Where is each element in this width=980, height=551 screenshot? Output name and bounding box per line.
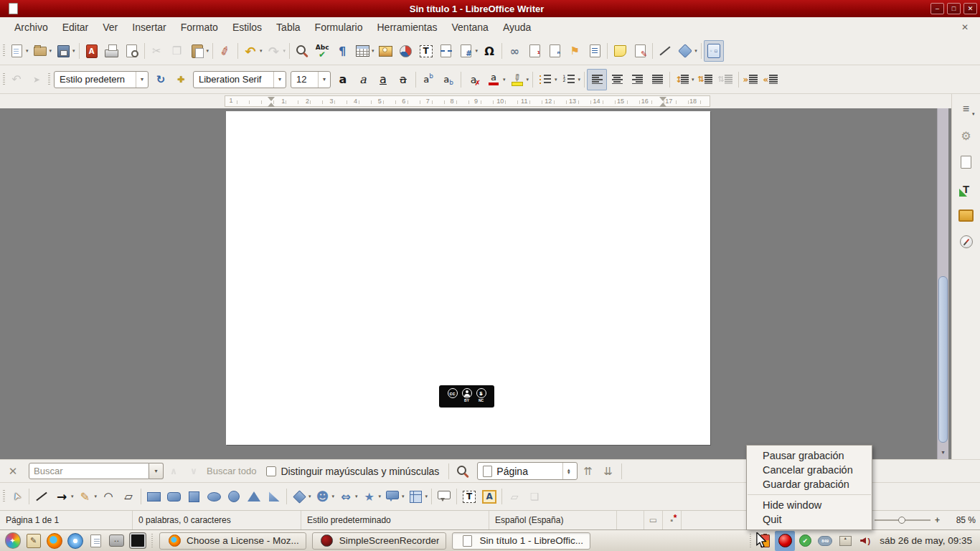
close-button[interactable]: ✕	[963, 3, 977, 14]
new-style-button[interactable]	[171, 69, 191, 90]
zoom-in-button[interactable]	[935, 515, 940, 525]
legend-callout-button[interactable]	[434, 486, 454, 507]
insert-comment-button[interactable]	[610, 40, 630, 62]
increase-indent-button[interactable]	[741, 69, 761, 90]
insert-textbox-button[interactable]	[416, 40, 436, 62]
menu-item-cancelar-grabacion[interactable]: Cancelar grabación	[747, 463, 872, 477]
save-button[interactable]	[53, 40, 77, 62]
taskbar-window-firefox[interactable]: Choose a License - Moz...	[159, 532, 306, 550]
menu-item-pausar-grabacion[interactable]: Pausar grabación	[747, 448, 872, 463]
volume-tray-icon[interactable]	[855, 531, 875, 551]
search-input[interactable]	[29, 463, 149, 479]
sidebar-gallery-tab[interactable]	[956, 206, 976, 225]
menu-formato[interactable]: Formato	[174, 19, 225, 36]
document-area[interactable]: cc BY $ NC	[0, 108, 951, 459]
paragraph-style-combo[interactable]: Estilo predetern	[54, 71, 149, 88]
recorder-tray-icon[interactable]	[775, 531, 795, 551]
flowchart-shapes-button[interactable]	[406, 486, 430, 507]
zoom-level[interactable]: 85 %	[944, 515, 976, 525]
print-button[interactable]	[102, 40, 122, 62]
insert-table-button[interactable]	[352, 40, 376, 62]
decrease-paragraph-spacing-button[interactable]	[716, 69, 736, 90]
menu-formulario[interactable]: Formulario	[308, 19, 370, 36]
indent-marker-right[interactable]	[659, 97, 666, 101]
find-replace-button[interactable]	[292, 40, 312, 62]
scrollbar-thumb[interactable]	[938, 276, 948, 443]
strikethrough-button[interactable]	[393, 69, 413, 90]
align-left-button[interactable]	[587, 69, 607, 90]
network-tray-icon[interactable]: 849	[815, 531, 835, 551]
menu-item-hide-window[interactable]: Hide window	[747, 498, 872, 512]
documents-launcher[interactable]	[85, 531, 106, 551]
find-next-button[interactable]	[184, 461, 204, 482]
basic-shapes-button[interactable]	[289, 486, 313, 507]
insert-footnote-button[interactable]	[524, 40, 545, 62]
sidebar-settings-button[interactable]	[956, 100, 976, 118]
right-triangle-button[interactable]	[264, 486, 284, 507]
show-draw-functions-button[interactable]	[704, 40, 724, 62]
taskbar-window-writer[interactable]: Sin título 1 - LibreOffic...	[452, 532, 590, 550]
scroll-down-arrow-icon[interactable]	[938, 447, 948, 458]
freeform-line-button[interactable]	[75, 486, 99, 507]
chevron-down-icon[interactable]	[273, 72, 286, 88]
open-button[interactable]	[30, 40, 54, 62]
find-replace-button[interactable]	[453, 461, 473, 482]
isosceles-triangle-button[interactable]	[244, 486, 264, 507]
find-all-button[interactable]: Buscar todo	[207, 466, 256, 476]
sidebar-properties-tab[interactable]	[956, 126, 976, 145]
close-find-toolbar-button[interactable]	[3, 461, 23, 482]
menu-ventana[interactable]: Ventana	[445, 19, 496, 36]
menu-item-guardar-grabacion[interactable]: Guardar grabación	[747, 477, 872, 491]
battery-tray-icon[interactable]	[755, 531, 775, 551]
insert-chart-button[interactable]	[396, 40, 416, 62]
paste-button[interactable]	[187, 40, 211, 62]
chevron-down-icon[interactable]	[318, 72, 330, 88]
insert-image-button[interactable]	[376, 40, 396, 62]
selection-mode-status[interactable]	[644, 511, 663, 529]
special-character-button[interactable]	[479, 40, 499, 62]
redo-button[interactable]	[264, 40, 288, 62]
indent-marker-left[interactable]	[268, 97, 275, 101]
export-pdf-button[interactable]	[82, 40, 102, 62]
drawing-textbox-button[interactable]	[459, 486, 479, 507]
star-shapes-button[interactable]	[359, 486, 383, 507]
horizontal-ruler[interactable]: 1 123456789101112131415161718	[225, 95, 710, 107]
polygon-button[interactable]	[118, 486, 138, 507]
zoom-slider[interactable]	[875, 519, 930, 521]
extrusion-button[interactable]	[524, 486, 545, 507]
circle-button[interactable]	[224, 486, 244, 507]
menu-estilos[interactable]: Estilos	[225, 19, 269, 36]
ordered-list-button[interactable]	[559, 69, 583, 90]
document-page[interactable]: cc BY $ NC	[226, 111, 710, 445]
chromium-launcher[interactable]	[65, 531, 85, 551]
forward-button[interactable]	[27, 69, 47, 90]
font-color-button[interactable]	[484, 69, 507, 90]
track-changes-button[interactable]	[630, 40, 650, 62]
search-dropdown-button[interactable]	[149, 463, 164, 479]
minimize-button[interactable]: –	[930, 3, 944, 14]
sidebar-page-tab[interactable]	[956, 153, 976, 171]
menu-herramientas[interactable]: Herramientas	[369, 19, 444, 36]
align-center-button[interactable]	[607, 69, 627, 90]
decrease-indent-button[interactable]	[761, 69, 781, 90]
font-size-combo[interactable]: 12	[291, 71, 331, 88]
align-justified-button[interactable]	[647, 69, 667, 90]
increase-paragraph-spacing-button[interactable]	[696, 69, 716, 90]
paragraph-style-status[interactable]: Estilo predeterminado	[301, 511, 489, 529]
block-arrows-button[interactable]	[336, 486, 359, 507]
font-name-combo[interactable]: Liberation Serif	[193, 71, 286, 88]
app-menu-launcher[interactable]	[2, 531, 23, 551]
superscript-button[interactable]	[418, 69, 438, 90]
edit-points-button[interactable]	[504, 486, 524, 507]
cut-button[interactable]	[147, 40, 167, 62]
underline-button[interactable]	[373, 69, 393, 90]
cc-license-image[interactable]: cc BY $ NC	[439, 385, 494, 408]
subscript-button[interactable]	[438, 69, 458, 90]
basic-shapes-button[interactable]	[675, 40, 699, 62]
undo-button[interactable]	[240, 40, 264, 62]
navigate-by-combo[interactable]: Página	[477, 462, 578, 480]
symbol-shapes-button[interactable]	[313, 486, 336, 507]
spinner-arrows-icon[interactable]	[562, 463, 574, 479]
menu-ver[interactable]: Ver	[95, 19, 125, 36]
sidebar-navigator-tab[interactable]	[956, 232, 976, 251]
